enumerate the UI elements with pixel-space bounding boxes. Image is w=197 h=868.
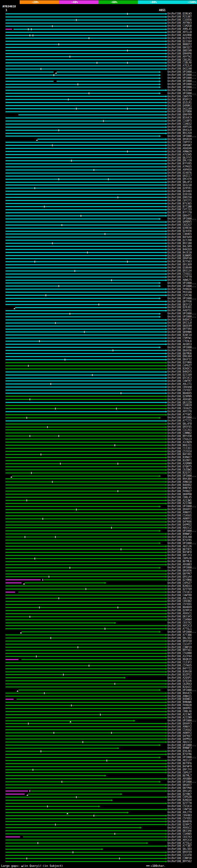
hit-label[interactable]: UniRef100_C5CUC3 — [166, 591, 197, 594]
hit-label[interactable]: UniRef100_B7T1N8 — [166, 205, 197, 208]
hit-label[interactable]: UniRef100_C5XGU2 — [166, 728, 197, 731]
hit-label[interactable]: UniRef100_C1C4T7 — [166, 643, 197, 646]
hit-label[interactable]: UniRef100_Q95FD5 — [166, 426, 197, 429]
hit-label[interactable]: UniRef100_C5YV24 — [166, 450, 197, 453]
hit-label[interactable]: UniRef100_A2I3W2 — [166, 713, 197, 716]
hit-label[interactable]: UniRef100_A9NXY1 — [166, 511, 197, 514]
hit-label[interactable]: UniRef100_A2IIN8 — [166, 502, 197, 505]
hit-label[interactable]: UniRef100_B6T9F5 — [166, 548, 197, 551]
hit-label[interactable]: UniRef100_UPI000... — [166, 541, 197, 545]
hit-label[interactable]: UniRef100_Q6L5D3 — [166, 848, 197, 851]
hit-label[interactable]: UniRef100_B6QJ21 — [166, 444, 197, 447]
hit-label[interactable]: UniRef100_Q9S1A5 — [166, 789, 197, 793]
hit-label[interactable]: UniRef100_Q9LY28 — [166, 159, 197, 162]
hit-label[interactable]: UniRef100_C7E9L6 — [166, 340, 197, 343]
hit-label[interactable]: UniRef100_A9TNV3 — [166, 22, 197, 25]
hit-label[interactable]: UniRef100_Q7Q1U6 — [166, 679, 197, 682]
hit-label[interactable]: UniRef100_B9Y450 — [166, 434, 197, 438]
hit-label[interactable]: UniRef100_UPI000... — [166, 505, 197, 508]
hit-label[interactable]: UniRef100_B7SFR6 — [166, 753, 197, 756]
hit-label[interactable]: UniRef100_B4DVC3 — [166, 318, 197, 321]
hit-label[interactable]: UniRef100_B4FWF8 — [166, 551, 197, 554]
hit-label[interactable]: UniRef100_C6ZQW2 — [166, 468, 197, 471]
hit-label[interactable]: UniRef100_Q09HW6 — [166, 331, 197, 334]
hit-label[interactable]: UniRef100_UPI000... — [166, 297, 197, 300]
hit-label[interactable]: UniRef100_Q9S1A4 — [166, 576, 197, 579]
hit-label[interactable]: UniRef100_O42248 — [166, 67, 197, 70]
hit-label[interactable]: UniRef100_A7T3B7 — [166, 845, 197, 848]
hit-label[interactable]: UniRef100_Q6GF52 — [166, 358, 197, 361]
hit-label[interactable]: UniRef100_C0Z2G7 — [166, 223, 197, 227]
hit-label[interactable]: UniRef100_C1E856 — [166, 19, 197, 22]
hit-label[interactable]: UniRef100_A4QY51 — [166, 309, 197, 312]
hit-label[interactable]: UniRef100_Q5CUC3 — [166, 377, 197, 380]
hit-label[interactable]: UniRef100_B9Y561 — [166, 649, 197, 652]
hit-label[interactable]: UniRef100_Q95FE8 — [166, 640, 197, 643]
hit-label[interactable]: UniRef100_Q7Q0T5 — [166, 465, 197, 468]
hit-label[interactable]: UniRef100_C4TJ33 — [166, 208, 197, 211]
hit-label[interactable]: UniRef100_Q9XHY2 — [166, 508, 197, 511]
hit-label[interactable]: UniRef100_B3RX38 — [166, 670, 197, 673]
hit-label[interactable]: UniRef100_Q43218 — [166, 184, 197, 187]
hit-label[interactable]: UniRef100_A9NWJ9 — [166, 150, 197, 153]
hit-label[interactable]: UniRef100_B8BQT2 — [166, 43, 197, 46]
hit-label[interactable]: UniRef100_Q4PM32 — [166, 523, 197, 527]
hit-label[interactable]: UniRef100_B2KDC3 — [166, 367, 197, 370]
hit-label[interactable]: UniRef100_Q2J164 — [166, 40, 197, 43]
hit-label[interactable]: UniRef100_A7S5H5 — [166, 153, 197, 156]
hit-label[interactable]: UniRef100_Q39E56 — [166, 227, 197, 230]
hit-label[interactable]: UniRef100_Q9FJY4 — [166, 768, 197, 771]
hit-label[interactable]: UniRef100_Q9SR19 — [166, 137, 197, 141]
hit-label[interactable]: UniRef100_C4WTS0 — [166, 808, 197, 811]
hit-label[interactable]: UniRef100_Q9C478 — [166, 178, 197, 181]
hit-label[interactable]: UniRef100_B2KD34 — [166, 799, 197, 802]
hit-label[interactable]: UniRef100_C1C4T8 — [166, 854, 197, 857]
hit-label[interactable]: UniRef100_B5X4C9 — [166, 116, 197, 120]
hit-label[interactable]: UniRef100_A9SBB3 — [166, 563, 197, 566]
hit-label[interactable]: UniRef100_A8I1J6 — [166, 545, 197, 548]
hit-label[interactable]: UniRef100_Q3T0D0 — [166, 110, 197, 113]
hit-label[interactable]: UniRef100_B2KD33 — [166, 584, 197, 588]
hit-label[interactable]: UniRef100_B6H8Y0 — [166, 820, 197, 823]
hit-label[interactable]: UniRef100_B6TML7 — [166, 774, 197, 777]
hit-label[interactable]: UniRef100_Q864T1 — [166, 214, 197, 217]
hit-label[interactable]: UniRef100_B4FWF9 — [166, 765, 197, 768]
hit-label[interactable]: UniRef100_C1MZG8 — [166, 25, 197, 28]
hit-label[interactable]: UniRef100_Q9FJY3 — [166, 554, 197, 557]
hit-label[interactable]: UniRef100_A9LIT9 — [166, 811, 197, 814]
hit-label[interactable]: UniRef100_B2Q4Z2 — [166, 685, 197, 688]
hit-label[interactable]: UniRef100_Q6L5D2 — [166, 637, 197, 640]
hit-label[interactable]: UniRef100_C4PGZ7 — [166, 581, 197, 584]
hit-label[interactable]: UniRef100_C3KHE5 — [166, 233, 197, 236]
hit-label[interactable]: UniRef100_C8BLX5 — [166, 496, 197, 499]
hit-label[interactable]: UniRef100_Q8J3A6 — [166, 829, 197, 832]
hit-label[interactable]: UniRef100_Q29JD1 — [166, 306, 197, 309]
hit-label[interactable]: UniRef100_B4JE10 — [166, 251, 197, 254]
hit-label[interactable]: UniRef100_Q29PB9 — [166, 395, 197, 398]
hit-label[interactable]: UniRef100_Q6L4F8 — [166, 423, 197, 426]
hit-label[interactable]: UniRef100_A9XGC2 — [166, 826, 197, 829]
hit-label[interactable]: UniRef100_Q88PD1 — [166, 707, 197, 710]
hit-label[interactable]: UniRef100_UPI000... — [166, 86, 197, 89]
hit-label[interactable]: UniRef100_Q8J2Z8 — [166, 401, 197, 404]
hit-label[interactable]: UniRef100_UPI000... — [166, 474, 197, 477]
hit-label[interactable]: UniRef100_A9Y2C4 — [166, 838, 197, 841]
hit-label[interactable]: UniRef100_C1C3S1 — [166, 429, 197, 432]
hit-label[interactable]: UniRef100_B9A4C5 — [166, 691, 197, 695]
hit-label[interactable]: UniRef100_B4DWE3 — [166, 698, 197, 701]
hit-label[interactable]: UniRef100_B9I2G9 — [166, 132, 197, 135]
hit-label[interactable]: UniRef100_Q66G56 — [166, 349, 197, 352]
hit-label[interactable]: UniRef100_Q4FK67 — [166, 734, 197, 738]
hit-label[interactable]: UniRef100_B3ZNY1 — [166, 459, 197, 462]
hit-label[interactable]: UniRef100_A9XGB5 — [166, 398, 197, 401]
hit-label[interactable]: UniRef100_C1H904 — [166, 618, 197, 621]
hit-label[interactable]: UniRef100_Q9HVP6 — [166, 52, 197, 55]
hit-label[interactable]: UniRef100_C8BLX6 — [166, 710, 197, 713]
hit-label[interactable]: UniRef100_A8U1C3 — [166, 741, 197, 744]
hit-label[interactable]: UniRef100_C4WTR9 — [166, 594, 197, 597]
hit-label[interactable]: UniRef100_B6H8X5 — [166, 392, 197, 395]
hit-label[interactable]: UniRef100_B6QK35 — [166, 658, 197, 661]
hit-label[interactable]: UniRef100_B9NWF2 — [166, 532, 197, 535]
hit-label[interactable]: UniRef100_C5CUC4 — [166, 805, 197, 808]
hit-label[interactable]: UniRef100_Q2YBK7 — [166, 793, 197, 796]
